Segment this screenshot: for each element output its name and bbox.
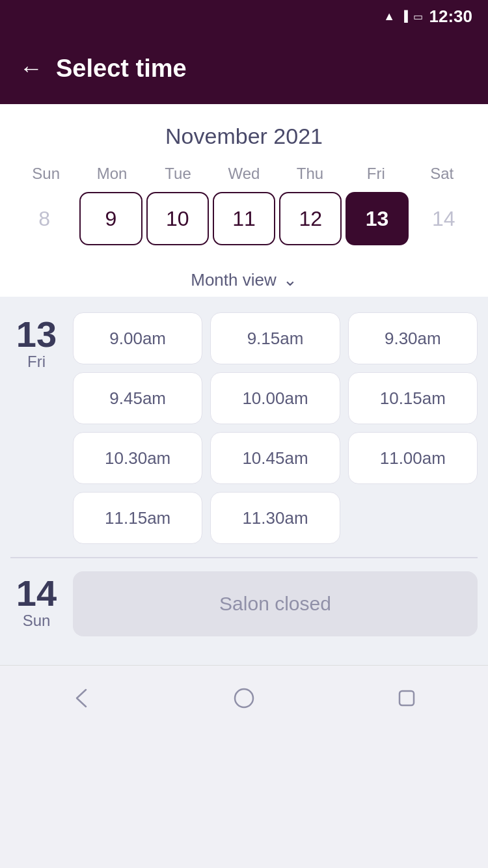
day-14-name: Sun: [23, 612, 51, 630]
day-divider: [10, 557, 478, 558]
status-time: 12:30: [429, 7, 473, 27]
back-button[interactable]: ←: [20, 55, 43, 82]
day-14-number: 14: [16, 575, 57, 612]
date-12[interactable]: 12: [279, 192, 342, 245]
time-slot-1000[interactable]: 10.00am: [210, 372, 340, 424]
home-nav-icon: [232, 686, 256, 711]
weekday-thu: Thu: [277, 165, 343, 183]
weekday-sat: Sat: [409, 165, 475, 183]
date-9[interactable]: 9: [79, 192, 142, 245]
date-11[interactable]: 11: [213, 192, 275, 245]
day-13-number: 13: [16, 316, 57, 353]
day-13-label: 13 Fri: [10, 312, 62, 544]
time-slot-915[interactable]: 9.15am: [210, 312, 340, 364]
date-8[interactable]: 8: [13, 192, 75, 245]
dates-row: 8 9 10 11 12 13 14: [13, 192, 475, 245]
day-13-time-grid: 9.00am 9.15am 9.30am 9.45am 10.00am 10.1…: [73, 312, 478, 544]
day-14-block: 14 Sun Salon closed: [10, 571, 478, 649]
day-13-name: Fri: [27, 353, 46, 371]
svg-point-0: [235, 689, 253, 707]
time-slot-1130[interactable]: 11.30am: [210, 492, 340, 544]
time-slot-1015[interactable]: 10.15am: [348, 372, 478, 424]
nav-recent-button[interactable]: [390, 682, 423, 714]
chevron-down-icon: ⌄: [283, 270, 297, 290]
header: ← Select time: [0, 33, 488, 104]
weekday-fri: Fri: [343, 165, 409, 183]
weekday-row: Sun Mon Tue Wed Thu Fri Sat: [13, 165, 475, 183]
salon-closed-message: Salon closed: [73, 571, 478, 636]
time-slot-930[interactable]: 9.30am: [348, 312, 478, 364]
weekday-sun: Sun: [13, 165, 79, 183]
nav-bar: [0, 665, 488, 730]
calendar-section: November 2021 Sun Mon Tue Wed Thu Fri Sa…: [0, 104, 488, 258]
time-slot-900[interactable]: 9.00am: [73, 312, 202, 364]
date-13[interactable]: 13: [346, 192, 408, 245]
date-10[interactable]: 10: [146, 192, 209, 245]
day-14-label: 14 Sun: [10, 571, 62, 636]
date-14[interactable]: 14: [413, 192, 475, 245]
month-view-row[interactable]: Month view ⌄: [0, 258, 488, 297]
status-bar: ▲ ▐ ▭ 12:30: [0, 0, 488, 33]
month-view-label: Month view: [191, 270, 277, 290]
weekday-mon: Mon: [79, 165, 144, 183]
battery-icon: ▭: [413, 10, 423, 23]
svg-rect-1: [400, 691, 414, 705]
time-slot-1115[interactable]: 11.15am: [73, 492, 202, 544]
time-slot-945[interactable]: 9.45am: [73, 372, 202, 424]
recent-nav-icon: [394, 686, 419, 711]
signal-icon: ▐: [400, 10, 407, 22]
weekday-wed: Wed: [211, 165, 277, 183]
day-13-block: 13 Fri 9.00am 9.15am 9.30am 9.45am 10.00…: [10, 312, 478, 544]
nav-back-button[interactable]: [65, 682, 98, 714]
time-slot-1100[interactable]: 11.00am: [348, 432, 478, 484]
wifi-icon: ▲: [383, 10, 395, 23]
back-nav-icon: [69, 686, 94, 711]
status-icons: ▲ ▐ ▭: [383, 10, 422, 23]
page-title: Select time: [56, 55, 187, 83]
slots-section: 13 Fri 9.00am 9.15am 9.30am 9.45am 10.00…: [0, 297, 488, 665]
weekday-tue: Tue: [145, 165, 211, 183]
nav-home-button[interactable]: [228, 682, 260, 714]
month-year-label: November 2021: [13, 124, 475, 149]
time-slot-1045[interactable]: 10.45am: [210, 432, 340, 484]
time-slot-1030[interactable]: 10.30am: [73, 432, 202, 484]
